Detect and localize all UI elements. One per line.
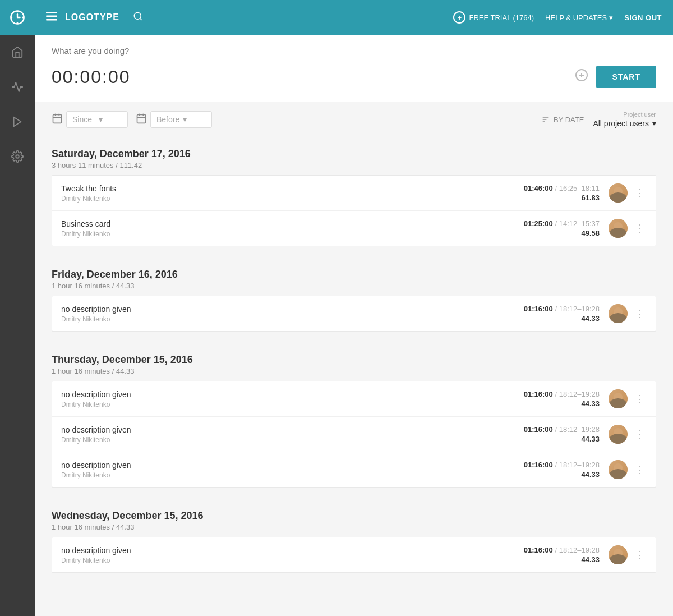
free-trial-button[interactable]: + FREE TRIAL (1764) [453,11,534,24]
since-dropdown[interactable]: Since ▾ [66,111,128,128]
day-group-0: Saturday, December 17, 20163 hours 11 mi… [35,137,673,246]
since-date-picker: Since ▾ [52,111,128,128]
entry-description: Tweak the fonts [61,184,524,193]
day-header-1: Friday, December 16, 20161 hour 16 minut… [52,269,656,290]
avatar [609,460,628,479]
entry-duration-range: 01:16:00 / 18:12–19:28 [524,425,600,434]
timer-logo-icon [10,10,25,25]
before-dropdown[interactable]: Before ▾ [150,111,212,128]
topnav: LOGOTYPE + FREE TRIAL (1764) HELP & UPDA… [35,0,673,35]
filter-section: Since ▾ Before ▾ [35,102,673,137]
entry-more-options-button[interactable]: ⋮ [632,186,647,200]
entry-user: Dmitry Nikitenko [61,315,524,323]
sort-by-date-button[interactable]: BY DATE [541,115,584,124]
before-chevron-icon: ▾ [183,115,206,124]
entry-amount: 44.33 [524,470,600,479]
entry-row: no description givenDmitry Nikitenko01:1… [52,537,656,572]
entry-info: no description givenDmitry Nikitenko [61,546,524,564]
avatar [609,425,628,444]
entry-duration-range: 01:16:00 / 18:12–19:28 [524,305,600,313]
day-header-0: Saturday, December 17, 20163 hours 11 mi… [52,148,656,169]
entry-more-options-button[interactable]: ⋮ [632,548,647,562]
entry-user: Dmitry Nikitenko [61,230,524,238]
avatar [609,389,628,408]
entry-more-options-button[interactable]: ⋮ [632,306,647,321]
help-updates-label: HELP & UPDATES [545,13,607,22]
day-summary-2: 1 hour 16 minutes / 44.33 [52,367,656,375]
day-summary-0: 3 hours 11 minutes / 111.42 [52,161,656,169]
entry-amount: 44.33 [524,314,600,323]
start-button[interactable]: START [596,66,656,88]
entries-list-0: Tweak the fontsDmitry Nikitenko01:46:00 … [52,175,656,246]
entries-list-2: no description givenDmitry Nikitenko01:1… [52,381,656,488]
since-calendar-icon [52,113,63,127]
sidebar-item-settings[interactable] [0,139,35,174]
entry-amount: 61.83 [524,194,600,202]
help-updates-button[interactable]: HELP & UPDATES ▾ [545,13,613,22]
entry-row: no description givenDmitry Nikitenko01:1… [52,381,656,417]
avatar [609,304,628,323]
entry-amount: 44.33 [524,435,600,443]
search-icon[interactable] [133,11,143,24]
entry-duration-range: 01:16:00 / 18:12–19:28 [524,461,600,469]
entry-duration-range: 01:16:00 / 18:12–19:28 [524,390,600,398]
play-icon [11,116,24,128]
project-user-dropdown[interactable]: All project users ▾ [593,119,656,128]
timer-row: 00:00:00 START [52,66,656,88]
add-entry-icon[interactable] [575,68,588,85]
entry-description: Business card [61,219,524,228]
sort-label: BY DATE [554,116,584,124]
entry-description: no description given [61,461,524,470]
day-title-0: Saturday, December 17, 2016 [52,148,656,160]
svg-point-4 [16,22,19,25]
entry-time-section: 01:25:00 / 14:12–15:3749.58 [524,219,600,237]
svg-rect-10 [46,15,57,17]
entry-duration-range: 01:46:00 / 16:25–18:11 [524,184,600,192]
svg-point-6 [22,16,25,19]
main-container: LOGOTYPE + FREE TRIAL (1764) HELP & UPDA… [35,0,673,616]
svg-point-12 [134,12,141,19]
hamburger-icon[interactable] [46,12,57,24]
entry-time-section: 01:16:00 / 18:12–19:2844.33 [524,390,600,408]
sign-out-button[interactable]: SIGN OUT [624,13,662,22]
content-area: 00:00:00 START [35,35,673,616]
entry-row: Tweak the fontsDmitry Nikitenko01:46:00 … [52,176,656,211]
filter-right: BY DATE Project user All project users ▾ [541,111,656,128]
entry-info: no description givenDmitry Nikitenko [61,305,524,323]
project-user-section: Project user All project users ▾ [593,111,656,128]
svg-point-8 [16,155,19,158]
entry-more-options-button[interactable]: ⋮ [632,427,647,442]
entry-user: Dmitry Nikitenko [61,436,524,444]
entry-user: Dmitry Nikitenko [61,557,524,564]
svg-rect-11 [46,19,57,21]
entry-more-options-button[interactable]: ⋮ [632,462,647,477]
entry-description: no description given [61,305,524,314]
entry-info: no description givenDmitry Nikitenko [61,425,524,444]
entry-time-section: 01:46:00 / 16:25–18:1161.83 [524,184,600,202]
entry-info: Business cardDmitry Nikitenko [61,219,524,238]
entry-info: no description givenDmitry Nikitenko [61,390,524,408]
entry-more-options-button[interactable]: ⋮ [632,392,647,406]
topnav-right: + FREE TRIAL (1764) HELP & UPDATES ▾ SIG… [453,11,662,24]
day-summary-3: 1 hour 16 minutes / 44.33 [52,523,656,531]
entry-time-section: 01:16:00 / 18:12–19:2844.33 [524,425,600,443]
activity-input[interactable] [52,46,656,56]
entry-duration-range: 01:25:00 / 14:12–15:37 [524,219,600,228]
since-label: Since [72,115,95,124]
before-calendar-icon [136,113,147,127]
day-group-2: Thursday, December 15, 20161 hour 16 min… [35,343,673,488]
before-date-picker: Before ▾ [136,111,212,128]
entry-row: no description givenDmitry Nikitenko01:1… [52,452,656,487]
timer-actions: START [575,66,656,88]
entry-user: Dmitry Nikitenko [61,471,524,479]
sidebar [0,0,35,616]
entry-time-section: 01:16:00 / 18:12–19:2844.33 [524,305,600,323]
day-group-3: Wednesday, December 15, 20161 hour 16 mi… [35,499,673,573]
entry-more-options-button[interactable]: ⋮ [632,221,647,236]
svg-rect-21 [137,114,146,123]
sidebar-item-reports[interactable] [0,70,35,104]
sidebar-item-timer[interactable] [0,104,35,139]
sidebar-item-home[interactable] [0,35,35,70]
entry-amount: 49.58 [524,229,600,237]
logotype-text: LOGOTYPE [65,12,119,22]
